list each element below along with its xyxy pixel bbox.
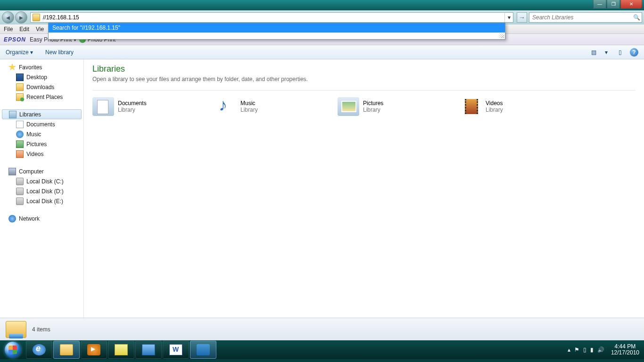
navigation-pane: Favorites Desktop Downloads Recent Place… [0,59,84,318]
menu-view[interactable]: Vie [36,26,44,33]
go-button[interactable]: → [517,12,527,23]
content-pane: Libraries Open a library to see your fil… [84,59,644,318]
search-box[interactable]: 🔍 [529,12,642,23]
tray-clock[interactable]: 4:44 PM 12/17/2010 [611,344,639,356]
nav-disk-d[interactable]: Local Disk (D:) [0,186,83,196]
nav-documents[interactable]: Documents [0,119,83,129]
tray-volume-icon[interactable]: 🔊 [597,346,604,353]
library-videos[interactable]: VideosLibrary [460,97,554,116]
nav-music[interactable]: Music [0,129,83,139]
disk-icon [16,188,24,195]
view-mode-dropdown[interactable]: ▾ [602,48,611,57]
desktop-icon [16,74,24,81]
page-title: Libraries [92,64,636,74]
disk-icon [16,197,24,205]
taskbar-photo-viewer[interactable] [135,341,162,359]
folder-icon [33,14,40,21]
suggestion-item[interactable]: Search for "//192.168.1.15" [49,23,505,33]
back-button[interactable]: ◄ [2,11,14,24]
sticky-note-icon [115,344,128,355]
documents-library-icon [92,97,114,116]
taskbar-control-panel[interactable] [190,341,216,359]
word-icon [169,344,182,355]
taskbar-media-player[interactable] [81,341,107,359]
document-icon [16,121,24,128]
view-mode-button[interactable]: ▤ [590,48,598,57]
forward-button[interactable]: ► [15,11,27,24]
wmp-icon [87,344,100,355]
library-pictures[interactable]: PicturesLibrary [338,97,432,116]
network-header[interactable]: Network [0,214,83,223]
address-input[interactable] [42,13,504,22]
nav-disk-c[interactable]: Local Disk (C:) [0,176,83,186]
suggestion-resize-grip[interactable] [49,33,505,39]
favorites-header[interactable]: Favorites [0,62,83,72]
system-tray: ▴ ⚑ ▯ ▮ 🔊 4:44 PM 12/17/2010 [566,340,644,359]
close-button[interactable]: ✕ [620,0,642,8]
network-icon [8,215,16,222]
view-controls: ▤▾ ▯ [586,48,624,57]
computer-header[interactable]: Computer [0,166,83,176]
explorer-icon [60,344,73,355]
tray-action-center-icon[interactable]: ⚑ [574,346,579,353]
nav-pictures[interactable]: Pictures [0,139,83,149]
tray-date: 12/17/2010 [611,350,639,356]
page-subtitle: Open a library to see your files and arr… [92,76,636,82]
explorer-body: Favorites Desktop Downloads Recent Place… [0,59,644,318]
ie-icon [33,344,46,355]
taskbar-explorer[interactable] [53,341,80,359]
nav-downloads[interactable]: Downloads [0,82,83,92]
libraries-icon [9,111,17,118]
address-dropdown-button[interactable]: ▾ [504,13,513,22]
recent-icon [16,93,24,101]
taskbar-word[interactable] [163,341,189,359]
downloads-icon [16,83,24,91]
maximize-button[interactable]: ❐ [607,0,620,8]
nav-videos[interactable]: Videos [0,149,83,159]
address-suggestions: Search for "//192.168.1.15" [48,23,505,40]
videos-icon [16,150,24,158]
address-bar[interactable]: ▾ [30,12,513,23]
details-pane: 4 items [0,318,644,340]
library-music[interactable]: MusicLibrary [215,97,309,116]
tray-battery-icon[interactable]: ▯ [583,346,586,353]
help-button[interactable]: ? [630,48,638,57]
explorer-toolbar: Organize ▾ New library ▤▾ ▯ ? [0,45,644,59]
epson-logo: EPSON [4,36,26,43]
disk-icon [16,178,24,185]
taskbar-sticky-notes[interactable] [108,341,134,359]
organize-button[interactable]: Organize ▾ [6,49,33,56]
taskbar-ie[interactable] [26,341,52,359]
videos-library-icon [460,97,482,116]
music-icon [16,131,24,138]
search-input[interactable] [529,14,631,21]
nav-desktop[interactable]: Desktop [0,72,83,82]
minimize-button[interactable]: — [593,0,606,8]
libraries-header[interactable]: Libraries [2,109,82,119]
control-panel-icon [197,344,210,355]
nav-recent-places[interactable]: Recent Places [0,92,83,102]
pictures-icon [16,140,24,148]
taskbar: ▴ ⚑ ▯ ▮ 🔊 4:44 PM 12/17/2010 [0,340,644,359]
preview-pane-button[interactable]: ▯ [616,48,624,57]
windows-orb-icon [5,342,21,358]
new-library-button[interactable]: New library [45,49,74,56]
menu-edit[interactable]: Edit [19,26,29,33]
photo-icon [142,344,155,355]
menu-file[interactable]: File [4,26,13,33]
star-icon [8,64,16,71]
start-button[interactable] [0,340,25,359]
library-documents[interactable]: DocumentsLibrary [92,97,187,116]
libraries-large-icon [6,321,26,338]
window-titlebar: — ❐ ✕ [0,0,644,10]
tray-show-hidden-icon[interactable]: ▴ [568,346,570,353]
pictures-library-icon [338,97,359,116]
music-library-icon [215,97,237,116]
item-count: 4 items [32,326,50,333]
search-icon[interactable]: 🔍 [631,14,642,21]
tray-network-icon[interactable]: ▮ [590,346,594,353]
nav-disk-e[interactable]: Local Disk (E:) [0,196,83,206]
computer-icon [8,168,16,175]
divider [92,90,636,90]
